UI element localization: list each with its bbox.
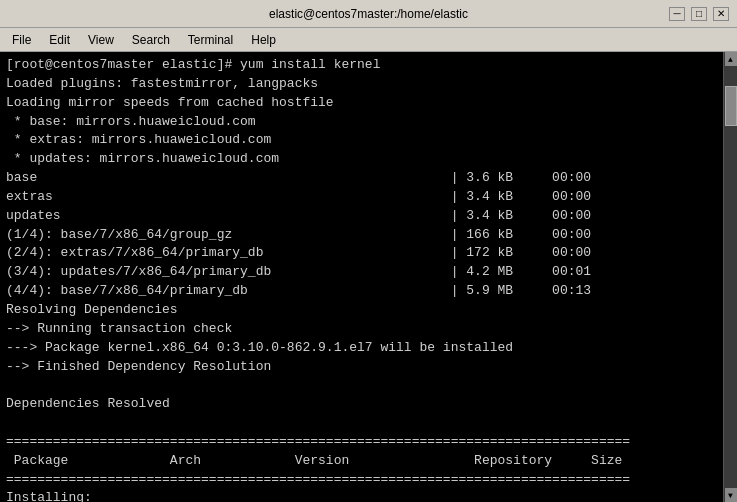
titlebar: elastic@centos7master:/home/elastic ─ □ …: [0, 0, 737, 28]
close-button[interactable]: ✕: [713, 7, 729, 21]
menu-item-edit[interactable]: Edit: [41, 31, 78, 49]
scrollbar-thumb[interactable]: [725, 86, 737, 126]
menu-item-terminal[interactable]: Terminal: [180, 31, 241, 49]
terminal-content[interactable]: [root@centos7master elastic]# yum instal…: [0, 52, 723, 502]
menu-item-search[interactable]: Search: [124, 31, 178, 49]
menu-item-view[interactable]: View: [80, 31, 122, 49]
menubar: FileEditViewSearchTerminalHelp: [0, 28, 737, 52]
scrollbar[interactable]: ▲ ▼: [723, 52, 737, 502]
scroll-down-arrow[interactable]: ▼: [725, 488, 737, 502]
titlebar-controls: ─ □ ✕: [669, 7, 729, 21]
minimize-button[interactable]: ─: [669, 7, 685, 21]
maximize-button[interactable]: □: [691, 7, 707, 21]
titlebar-title: elastic@centos7master:/home/elastic: [68, 7, 669, 21]
terminal-wrapper: [root@centos7master elastic]# yum instal…: [0, 52, 737, 502]
menu-item-help[interactable]: Help: [243, 31, 284, 49]
menu-item-file[interactable]: File: [4, 31, 39, 49]
scroll-up-arrow[interactable]: ▲: [725, 52, 737, 66]
